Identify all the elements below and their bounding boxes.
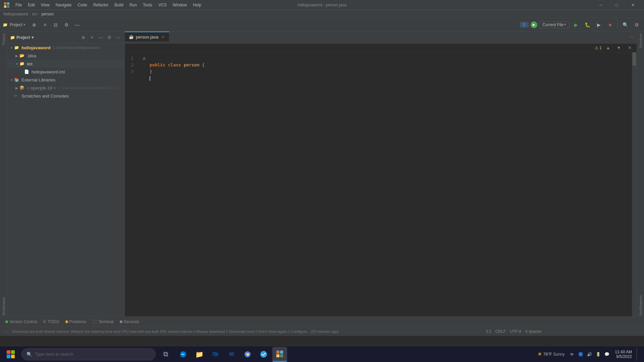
- editor-action-bar: ⚠ 1 ▲ ▼ ✕: [125, 44, 637, 52]
- line-2: 2: [125, 62, 138, 68]
- editor-content[interactable]: 1 2 3 ⚠ public class person { }: [125, 52, 637, 316]
- toolbar-collapse-all[interactable]: ≡: [40, 20, 50, 29]
- toolbar-close-tabs[interactable]: ⊟: [51, 20, 60, 29]
- run-button[interactable]: ▶: [531, 21, 537, 28]
- menu-window[interactable]: Window: [170, 2, 190, 8]
- toolbar-settings[interactable]: ⚙: [62, 20, 71, 29]
- breadcrumb-file[interactable]: person: [41, 12, 54, 16]
- sidebar-settings[interactable]: ⚙: [106, 34, 113, 41]
- editor-area: ☕ person.java ✕ ⋯ ⚠ 1 ▲ ▼ ✕ 1 2 3 ⚠: [125, 32, 637, 316]
- tabs-more-button[interactable]: ⋯: [627, 32, 637, 42]
- notifications-panel-label[interactable]: Notifications: [639, 295, 643, 316]
- encoding[interactable]: UTF-8: [510, 329, 521, 334]
- structure-panel-label[interactable]: Structure: [639, 32, 643, 51]
- volume-icon: 🔊: [587, 352, 592, 357]
- project-dropdown-arrow[interactable]: ▾: [23, 22, 25, 27]
- bottom-tab-services[interactable]: Services: [117, 318, 142, 326]
- tab-close-button[interactable]: ✕: [160, 35, 165, 39]
- network-tray-icon[interactable]: [569, 351, 575, 358]
- line-ending[interactable]: CRLF: [495, 329, 506, 334]
- taskbar-store[interactable]: 🛍: [208, 347, 223, 362]
- menu-navigate[interactable]: Navigate: [53, 2, 74, 8]
- bottom-tab-version-control[interactable]: Version Control: [3, 318, 40, 326]
- menu-vcs[interactable]: VCS: [156, 2, 169, 8]
- close-editor-button[interactable]: ✕: [625, 44, 634, 52]
- tree-jdk[interactable]: ▶ 📦 < openjdk-18 > C:\Users\asus\.jdks\o…: [7, 84, 124, 92]
- taskbar-mail[interactable]: ✉: [224, 347, 239, 362]
- settings-btn[interactable]: ⚙: [632, 20, 641, 29]
- warning-count[interactable]: ⚠ 1: [595, 46, 602, 50]
- sidebar-locate-file[interactable]: ⊕: [79, 34, 87, 41]
- menu-view[interactable]: View: [38, 2, 52, 8]
- breadcrumb-src[interactable]: src: [32, 12, 37, 16]
- menu-file[interactable]: File: [13, 2, 24, 8]
- search-everywhere[interactable]: 🔍: [621, 20, 630, 29]
- telegram-icon: [260, 351, 267, 358]
- jdk-name: < openjdk-18 >: [27, 85, 56, 90]
- tab-person-java[interactable]: ☕ person.java ✕: [125, 32, 169, 42]
- tree-iml[interactable]: 📄 hellojavaword.iml: [7, 68, 124, 76]
- debug-button[interactable]: 🐛: [583, 20, 592, 29]
- taskbar-task-view[interactable]: ⧉: [158, 347, 173, 362]
- menu-refactor[interactable]: Refactor: [91, 2, 111, 8]
- code-editor[interactable]: public class person { }: [147, 52, 632, 316]
- sidebar-collapse-all[interactable]: ≡: [88, 34, 96, 41]
- toolbar: 📁 Project ▾ ⊕ ≡ ⊟ ⚙ — 👤 ▶ Current File ▾…: [0, 18, 644, 32]
- sidebar-dropdown-arrow[interactable]: ▾: [32, 35, 34, 40]
- taskbar-edge[interactable]: [176, 347, 191, 362]
- menu-code[interactable]: Code: [75, 2, 90, 8]
- battery-tray-icon[interactable]: 🔋: [595, 351, 601, 358]
- cursor-position[interactable]: 3:1: [486, 329, 491, 334]
- bottom-tab-problems[interactable]: Problems: [63, 318, 89, 326]
- scrollbar-thumb[interactable]: [633, 52, 636, 66]
- editor-scrollbar[interactable]: [632, 52, 637, 316]
- indent-size[interactable]: 4 spaces: [525, 329, 541, 334]
- scroll-up-button[interactable]: ▲: [604, 44, 612, 52]
- taskbar-chrome[interactable]: [240, 347, 255, 362]
- start-button[interactable]: [3, 348, 19, 361]
- toolbar-minimize[interactable]: —: [72, 20, 82, 29]
- tree-src[interactable]: ▾ 📁 src: [7, 60, 124, 68]
- tree-external-libs[interactable]: ▾ 📚 External Libraries: [7, 76, 124, 84]
- tree-idea[interactable]: ▶ 📂 .idea: [7, 52, 124, 60]
- current-file-dropdown[interactable]: Current File ▾: [539, 21, 569, 28]
- profile-button[interactable]: 👤: [520, 22, 529, 27]
- menu-build[interactable]: Build: [112, 2, 126, 8]
- close-button[interactable]: ✕: [625, 0, 641, 10]
- sidebar-close-panel[interactable]: —: [97, 34, 104, 41]
- build-button[interactable]: ▶: [571, 20, 581, 29]
- project-dropdown-label[interactable]: Project: [10, 22, 22, 27]
- weather-widget[interactable]: ☀ 78°F Sunny: [535, 351, 567, 357]
- maximize-button[interactable]: □: [609, 0, 625, 10]
- show-desktop-button[interactable]: [637, 348, 639, 361]
- taskbar-explorer[interactable]: 📁: [192, 347, 207, 362]
- taskbar-search-box[interactable]: 🔍 Type here to search: [21, 348, 156, 360]
- breadcrumb-project[interactable]: hellojavaword: [3, 12, 28, 16]
- system-clock[interactable]: 11:40 AM 9/5/2022: [612, 350, 635, 359]
- menu-run[interactable]: Run: [127, 2, 140, 8]
- stop-button[interactable]: ■: [605, 20, 615, 29]
- taskbar-jetbrains[interactable]: [272, 347, 287, 362]
- tree-root[interactable]: ▾ 📁 hellojavaword C:\Users\asus\hellojav…: [7, 44, 124, 52]
- bottom-tab-terminal[interactable]: ⬛ Terminal: [90, 318, 116, 326]
- run-coverage[interactable]: ▶: [594, 20, 603, 29]
- chat-tray-icon[interactable]: 💬: [603, 351, 610, 358]
- menu-edit[interactable]: Edit: [25, 2, 38, 8]
- svg-rect-0: [4, 2, 6, 5]
- bookmarks-panel-label[interactable]: Bookmarks: [2, 297, 6, 316]
- jdk-path: C:\Users\asus\.jdks\openjdk-18.0.2.1: [58, 86, 118, 90]
- menu-help[interactable]: Help: [190, 2, 204, 8]
- toolbar-expand-all[interactable]: ⊕: [30, 20, 39, 29]
- bluetooth-tray-icon[interactable]: 🔵: [577, 351, 584, 358]
- volume-tray-icon[interactable]: 🔊: [586, 351, 593, 358]
- minimize-button[interactable]: ─: [593, 0, 608, 10]
- expand-arrow-jdk: ▶: [14, 86, 19, 90]
- taskbar-telegram[interactable]: [256, 347, 271, 362]
- bottom-tab-todo[interactable]: ☰ TODO: [40, 318, 62, 326]
- scroll-down-button[interactable]: ▼: [614, 44, 623, 52]
- sidebar-hide[interactable]: —: [114, 34, 122, 41]
- tree-scratches[interactable]: ✏ Scratches and Consoles: [7, 92, 124, 100]
- project-panel-label[interactable]: Project: [2, 32, 6, 47]
- status-warning-icon[interactable]: ⚠: [4, 329, 8, 334]
- menu-tools[interactable]: Tools: [140, 2, 155, 8]
